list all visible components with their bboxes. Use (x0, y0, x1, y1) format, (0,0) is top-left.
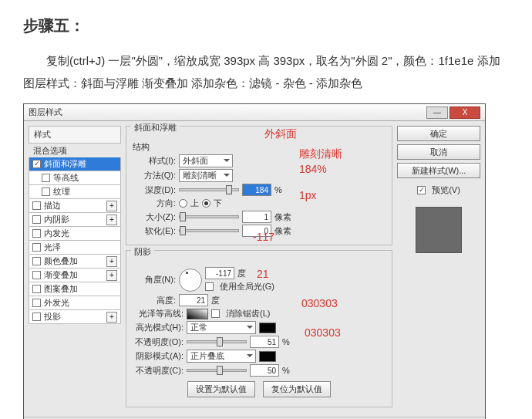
style-label: 纹理 (53, 186, 70, 198)
angle-dial[interactable] (179, 269, 202, 292)
shading-group: 阴影 角度(N): -117 度 使用全局光(G) (126, 250, 392, 407)
direction-down-radio[interactable] (202, 199, 210, 208)
highlight-color-swatch[interactable] (259, 323, 276, 333)
soften-label: 软化(E): (133, 225, 176, 237)
style-row-内阴影[interactable]: 内阴影+ (29, 213, 121, 227)
preview-label: 预览(V) (432, 184, 460, 196)
style-checkbox[interactable] (32, 160, 41, 168)
angle-label: 角度(N): (133, 274, 176, 286)
layer-style-dialog: 图层样式 — X 样式 混合选项 斜面和浮雕等高线纹理描边+内阴影+内发光光泽颜… (23, 103, 486, 419)
style-row-斜面和浮雕[interactable]: 斜面和浮雕 (29, 157, 121, 171)
settings-panel: 斜面和浮雕 结构 样式(I): 外斜面 方法(Q): 雕刻清晰 深度(D): 1… (126, 126, 392, 412)
direction-down-label: 下 (214, 198, 222, 209)
add-effect-icon[interactable]: + (106, 256, 117, 267)
add-effect-icon[interactable]: + (106, 270, 117, 281)
shadow-mode-dropdown[interactable]: 正片叠底 (187, 350, 256, 363)
minimize-button[interactable]: — (426, 106, 448, 119)
style-checkbox[interactable] (42, 188, 50, 196)
style-label: 投影 (44, 311, 61, 323)
global-light-checkbox[interactable] (205, 282, 214, 291)
style-label: 颜色叠加 (44, 255, 78, 267)
style-row-投影[interactable]: 投影+ (29, 310, 121, 324)
dialog-title: 图层样式 (29, 106, 426, 118)
style-checkbox[interactable] (32, 243, 41, 252)
shadow-opacity-label: 不透明度(C): (133, 365, 184, 377)
bevel-group: 斜面和浮雕 结构 样式(I): 外斜面 方法(Q): 雕刻清晰 深度(D): 1… (126, 126, 392, 245)
add-effect-icon[interactable]: + (106, 312, 117, 323)
styles-header: 样式 (29, 126, 121, 144)
style-checkbox[interactable] (32, 271, 41, 279)
style-label: 斜面和浮雕 (44, 158, 86, 170)
style-checkbox[interactable] (32, 285, 41, 293)
angle-unit: 度 (237, 268, 246, 279)
shadow-color-swatch[interactable] (259, 351, 276, 362)
style-label: 内发光 (44, 228, 69, 239)
style-checkbox[interactable] (32, 201, 41, 210)
titlebar[interactable]: 图层样式 — X (24, 104, 485, 121)
style-label: 内阴影 (44, 214, 69, 225)
size-label: 大小(Z): (133, 211, 176, 223)
shading-title: 阴影 (131, 246, 154, 258)
add-effect-icon[interactable]: + (106, 201, 117, 211)
style-checkbox[interactable] (32, 313, 41, 321)
global-light-label: 使用全局光(G) (220, 281, 274, 292)
highlight-mode-dropdown[interactable]: 正常 (187, 321, 256, 334)
style-row-外发光[interactable]: 外发光 (29, 296, 121, 310)
method-dropdown[interactable]: 雕刻清晰 (179, 169, 233, 182)
soften-input[interactable]: 0 (242, 225, 271, 237)
preview-swatch (416, 207, 462, 253)
style-row-描边[interactable]: 描边+ (29, 199, 121, 213)
style-row-颜色叠加[interactable]: 颜色叠加+ (29, 255, 121, 269)
altitude-input[interactable]: 21 (179, 294, 208, 306)
highlight-mode-label: 高光模式(H): (133, 322, 184, 333)
close-button[interactable]: X (450, 106, 480, 119)
style-checkbox[interactable] (32, 299, 41, 307)
structure-label: 结构 (133, 141, 386, 153)
depth-input[interactable]: 184 (242, 184, 271, 196)
ok-button[interactable]: 确定 (397, 126, 480, 141)
direction-up-label: 上 (190, 198, 199, 209)
style-dropdown[interactable]: 外斜面 (179, 154, 233, 167)
blend-options-label: 混合选项 (33, 145, 118, 157)
style-checkbox[interactable] (42, 174, 50, 182)
add-effect-icon[interactable]: + (106, 215, 117, 225)
style-row-图案叠加[interactable]: 图案叠加 (29, 282, 121, 296)
shadow-mode-label: 阴影模式(A): (133, 350, 184, 362)
style-label: 样式(I): (133, 155, 176, 167)
style-row-等高线[interactable]: 等高线 (29, 171, 121, 185)
shadow-opacity-slider[interactable] (187, 369, 247, 372)
style-checkbox[interactable] (32, 229, 41, 238)
style-checkbox[interactable] (32, 257, 41, 265)
size-slider[interactable] (179, 215, 239, 218)
reset-default-button[interactable]: 复位为默认值 (263, 381, 331, 397)
direction-label: 方向: (133, 198, 176, 209)
new-style-button[interactable]: 新建样式(W)... (397, 163, 480, 178)
bevel-title: 斜面和浮雕 (131, 122, 180, 133)
altitude-label: 高度: (133, 295, 176, 306)
highlight-opacity-label: 不透明度(O): (133, 336, 184, 348)
antialias-checkbox[interactable] (211, 309, 220, 318)
direction-up-radio[interactable] (179, 199, 187, 208)
cancel-button-dialog[interactable]: 取消 (397, 144, 480, 160)
soften-unit: 像素 (274, 225, 291, 237)
shadow-opacity-input[interactable]: 50 (250, 364, 279, 377)
style-row-渐变叠加[interactable]: 渐变叠加+ (29, 269, 121, 282)
style-row-内发光[interactable]: 内发光 (29, 227, 121, 241)
soften-slider[interactable] (179, 229, 239, 232)
style-row-纹理[interactable]: 纹理 (29, 185, 121, 199)
highlight-opacity-input[interactable]: 51 (250, 336, 279, 348)
style-row-光泽[interactable]: 光泽 (29, 241, 121, 255)
angle-input[interactable]: -117 (205, 267, 234, 279)
step-heading: 步骤五： (23, 15, 509, 36)
style-checkbox[interactable] (32, 215, 41, 224)
highlight-opacity-slider[interactable] (187, 340, 247, 343)
antialias-label: 消除锯齿(L) (226, 308, 270, 319)
size-unit: 像素 (274, 211, 291, 223)
size-input[interactable]: 1 (242, 211, 271, 223)
set-default-button[interactable]: 设置为默认值 (187, 381, 255, 397)
preview-checkbox[interactable] (417, 186, 426, 194)
gloss-contour[interactable] (187, 309, 208, 319)
style-label: 渐变叠加 (44, 269, 78, 281)
blend-options-row[interactable]: 混合选项 (29, 144, 121, 157)
depth-slider[interactable] (179, 188, 239, 191)
